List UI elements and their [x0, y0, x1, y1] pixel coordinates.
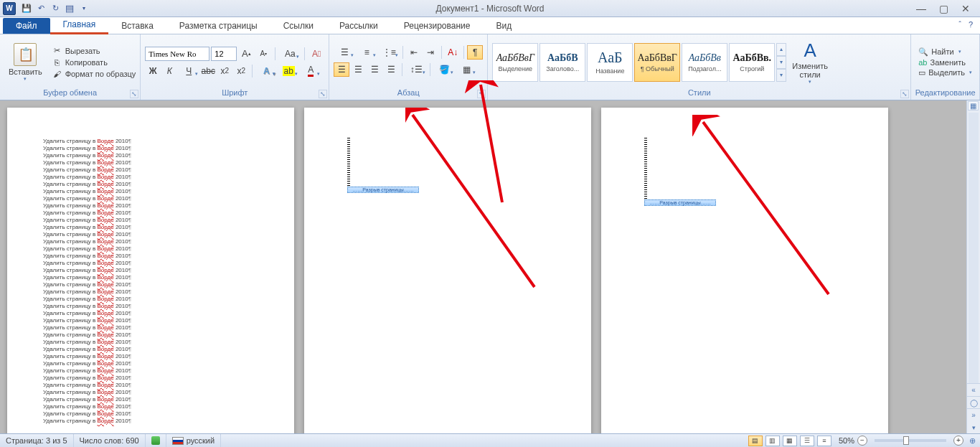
status-page[interactable]: Страница: 3 из 5 [0, 434, 74, 447]
tab-refs[interactable]: Ссылки [270, 18, 326, 34]
minimize-ribbon-icon[interactable]: ˆ [958, 20, 961, 29]
line-spacing-icon[interactable]: ↕☰ [405, 62, 427, 77]
bullets-icon[interactable]: ☰ [334, 45, 355, 60]
multilevel-icon[interactable]: ⋮≡ [378, 45, 400, 60]
help-icon[interactable]: ? [969, 20, 973, 29]
find-button[interactable]: 🔍Найти▾ [918, 47, 972, 57]
show-marks-icon[interactable]: ¶ [467, 45, 483, 60]
copy-icon: ⎘ [52, 58, 62, 67]
page-1[interactable]: Удалить страницу в Ворде 2010¶Удалить ст… [7, 108, 294, 433]
font-name-input[interactable] [145, 47, 209, 61]
tab-mail[interactable]: Рассылки [326, 18, 391, 34]
web-view-icon[interactable]: ▦ [783, 436, 797, 446]
clipboard-launcher-icon[interactable]: ⤡ [130, 90, 138, 98]
undo-icon[interactable]: ↶ [34, 2, 47, 15]
text-effects-icon[interactable]: A [255, 64, 277, 78]
styles-up-icon[interactable]: ▴ [776, 43, 786, 56]
strike-icon[interactable]: abc [200, 64, 216, 78]
zoom-fit-icon[interactable]: ⊕ [969, 436, 976, 446]
window-title: Документ1 - Microsoft Word [435, 4, 544, 14]
scroll-track[interactable] [969, 113, 979, 383]
selection-marks [644, 138, 647, 201]
qat-dropdown-icon[interactable]: ▾ [77, 2, 90, 15]
bold-icon[interactable]: Ж [145, 64, 161, 78]
format-painter-button[interactable]: 🖌Формат по образцу [51, 69, 138, 79]
group-styles: АаБбВвГВыделениеАаБбВЗаголово...АаБНазва… [488, 34, 911, 100]
numbering-icon[interactable]: ≡ [356, 45, 377, 60]
style-[interactable]: АаБбВвГВыделение [492, 43, 538, 82]
copy-button[interactable]: ⎘Копировать [51, 57, 138, 67]
minimize-icon[interactable]: — [916, 3, 926, 14]
ruler-toggle-icon[interactable]: ▦ [968, 101, 979, 110]
tab-home[interactable]: Главная [50, 17, 109, 34]
subscript-icon[interactable]: x2 [217, 64, 232, 78]
tab-insert[interactable]: Вставка [108, 18, 166, 34]
font-launcher-icon[interactable]: ⤡ [319, 90, 327, 98]
cut-button[interactable]: ✂Вырезать [51, 45, 138, 56]
shading-icon[interactable]: 🪣 [433, 62, 455, 77]
highlight-icon[interactable]: ab [278, 64, 299, 78]
browse-object-icon[interactable]: ◯ [967, 396, 980, 409]
fullscreen-view-icon[interactable]: ▥ [765, 436, 780, 446]
outline-view-icon[interactable]: ☰ [800, 436, 814, 446]
clear-formatting-icon[interactable]: A⃠ [308, 47, 324, 61]
redo-icon[interactable]: ↻ [49, 2, 62, 15]
style-[interactable]: АаБбВЗаголово... [540, 43, 585, 82]
indent-icon[interactable]: ⇥ [423, 45, 438, 60]
zoom-in-icon[interactable]: + [953, 436, 963, 446]
style-[interactable]: АаБбВвГ¶ Обычный [634, 43, 680, 82]
align-left-icon[interactable]: ☰ [334, 62, 349, 77]
zoom-out-icon[interactable]: − [857, 436, 867, 446]
qat-custom-icon[interactable]: ▤ [63, 2, 76, 15]
grow-font-icon[interactable]: A▴ [238, 47, 254, 61]
close-icon[interactable]: ✕ [961, 3, 970, 14]
vertical-scrollbar[interactable]: ▴ « ◯ » ▾ [966, 100, 980, 433]
select-button[interactable]: ▭Выделить▾ [918, 68, 972, 77]
tab-review[interactable]: Рецензирование [391, 18, 484, 34]
sort-icon[interactable]: A↓ [445, 45, 461, 60]
replace-icon: ab [918, 58, 927, 67]
maximize-icon[interactable]: ▢ [939, 3, 948, 14]
styles-scroll: ▴ ▾ ▾ [776, 43, 786, 82]
change-styles-button[interactable]: A Изменить стили ▾ [786, 37, 834, 88]
font-color-icon[interactable]: A [300, 64, 321, 78]
style-[interactable]: АаБбВвПодзагол... [682, 43, 727, 82]
page-2[interactable]: ……Разрыв страницы…… [304, 108, 591, 433]
group-label-clipboard: Буфер обмена [3, 88, 137, 98]
zoom-slider[interactable] [875, 439, 946, 442]
styles-launcher-icon[interactable]: ⤡ [900, 90, 909, 98]
paragraph-launcher-icon[interactable]: ⤡ [477, 90, 486, 98]
borders-icon[interactable]: ▦ [456, 62, 477, 77]
styles-more-icon[interactable]: ▾ [776, 69, 786, 82]
change-case-icon[interactable]: Aa [279, 47, 301, 61]
tab-file[interactable]: Файл [3, 18, 50, 34]
status-proofing[interactable] [146, 434, 166, 447]
prev-page-icon[interactable]: « [967, 383, 980, 396]
document-area[interactable]: Удалить страницу в Ворде 2010¶Удалить ст… [0, 100, 966, 433]
zoom-level[interactable]: 50% [839, 436, 854, 445]
page-3[interactable]: ……Разрыв страницы…… [601, 108, 888, 433]
style-[interactable]: АаБбВв.Строгий [729, 43, 775, 82]
align-right-icon[interactable]: ☰ [367, 62, 382, 77]
superscript-icon[interactable]: x2 [233, 64, 249, 78]
replace-button[interactable]: abЗаменить [918, 58, 972, 67]
font-size-input[interactable] [211, 47, 237, 61]
style-[interactable]: АаБНазвание [587, 43, 633, 82]
paste-button[interactable]: Вставить ▾ [3, 40, 48, 85]
save-icon[interactable]: 💾 [20, 2, 33, 15]
shrink-font-icon[interactable]: A▾ [255, 47, 271, 61]
justify-icon[interactable]: ☰ [383, 62, 399, 77]
status-words[interactable]: Число слов: 690 [74, 434, 146, 447]
underline-icon[interactable]: Ч [178, 64, 199, 78]
align-center-icon[interactable]: ☰ [350, 62, 366, 77]
tab-view[interactable]: Вид [483, 18, 524, 34]
tab-layout[interactable]: Разметка страницы [166, 18, 270, 34]
italic-icon[interactable]: К [161, 64, 177, 78]
next-page-icon[interactable]: » [967, 408, 980, 421]
draft-view-icon[interactable]: ≡ [817, 436, 831, 446]
outdent-icon[interactable]: ⇤ [406, 45, 422, 60]
scroll-down-icon[interactable]: ▾ [967, 421, 980, 433]
print-layout-view-icon[interactable]: ▤ [748, 436, 763, 446]
styles-down-icon[interactable]: ▾ [776, 56, 786, 69]
status-language[interactable]: русский [166, 434, 221, 447]
